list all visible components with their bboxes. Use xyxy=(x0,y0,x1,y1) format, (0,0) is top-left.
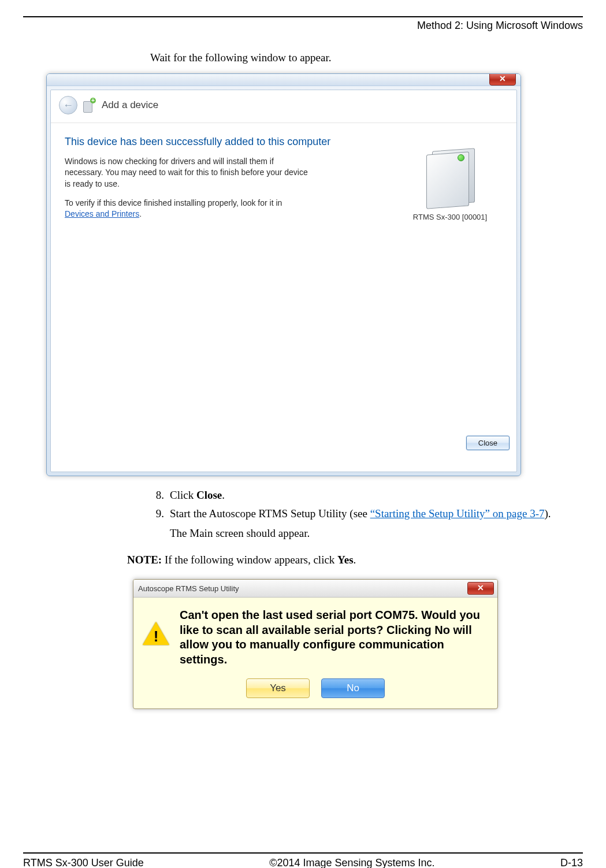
warning-icon: ! xyxy=(143,622,169,646)
note-block: NOTE: If the following window appears, c… xyxy=(127,554,577,566)
verify-text-pre: To verify if this device finished instal… xyxy=(65,198,282,207)
close-icon[interactable]: ✕ xyxy=(489,73,516,86)
step-9-number: 9. xyxy=(150,507,164,540)
verify-text-post: . xyxy=(139,209,142,218)
no-button[interactable]: No xyxy=(321,678,385,698)
footer-left: RTMS Sx-300 User Guide xyxy=(23,857,144,868)
device-preview: RTMS Sx-300 [00001] xyxy=(401,146,499,221)
close-button[interactable]: Close xyxy=(466,436,510,450)
install-paragraph: Windows is now checking for drivers and … xyxy=(65,156,313,190)
window-nav-bar: ← + Add a device xyxy=(51,90,516,123)
page-footer: RTMS Sx-300 User Guide ©2014 Image Sensi… xyxy=(23,852,583,868)
step-8-text-a: Click xyxy=(170,489,196,501)
yes-button[interactable]: Yes xyxy=(246,678,310,698)
verify-paragraph: To verify if this device finished instal… xyxy=(65,198,313,220)
header-section-title: Method 2: Using Microsoft Windows xyxy=(23,17,583,32)
note-yes-bold: Yes xyxy=(337,554,353,566)
dialog-body: ! Can't open the last used serial port C… xyxy=(133,598,497,675)
step-9-followup: The Main screen should appear. xyxy=(170,527,577,540)
note-text-c: . xyxy=(354,554,356,566)
window-inner: ← + Add a device This device has been su… xyxy=(50,90,517,472)
add-device-icon: + xyxy=(83,98,96,113)
dialog-title-bar: Autoscope RTMS Setup Utility ✕ xyxy=(133,580,497,598)
setup-utility-link[interactable]: “Starting the Setup Utility” on page 3-7 xyxy=(370,507,545,520)
step-9: 9. Start the Autoscope RTMS Setup Utilit… xyxy=(150,507,577,540)
dialog-message: Can't open the last used serial port COM… xyxy=(180,608,488,667)
step-9-text-a: Start the Autoscope RTMS Setup Utility (… xyxy=(170,507,370,520)
window-content: This device has been successfully added … xyxy=(51,123,516,456)
step-9-text-b: ). xyxy=(544,507,551,520)
step-8-number: 8. xyxy=(150,489,164,502)
step-9-body: Start the Autoscope RTMS Setup Utility (… xyxy=(170,507,577,540)
device-label: RTMS Sx-300 [00001] xyxy=(401,213,499,221)
note-text-a: If the following window appears, click xyxy=(162,554,337,566)
add-device-window: ✕ ← + Add a device This device has been … xyxy=(46,73,521,476)
step-8-body: Click Close. xyxy=(170,489,577,502)
footer-right: D-13 xyxy=(560,857,583,868)
device-drive-icon xyxy=(424,146,476,207)
window-footer: Close xyxy=(466,436,510,450)
footer-center: ©2014 Image Sensing Systems Inc. xyxy=(269,857,434,868)
step-8-close-bold: Close xyxy=(196,489,222,501)
step-8-text-c: . xyxy=(222,489,225,501)
arrow-left-icon: ← xyxy=(63,99,73,112)
close-icon[interactable]: ✕ xyxy=(467,582,494,595)
autoscope-dialog: Autoscope RTMS Setup Utility ✕ ! Can't o… xyxy=(133,579,498,709)
note-label: NOTE: xyxy=(127,554,162,566)
warning-mark: ! xyxy=(143,629,169,644)
window-chrome: ✕ xyxy=(47,74,521,86)
intro-text: Wait for the following window to appear. xyxy=(150,51,577,64)
back-button[interactable]: ← xyxy=(59,96,77,114)
window-nav-title: Add a device xyxy=(102,99,158,111)
dialog-title: Autoscope RTMS Setup Utility xyxy=(138,584,239,593)
step-list: 8. Click Close. 9. Start the Autoscope R… xyxy=(150,489,577,540)
step-8: 8. Click Close. xyxy=(150,489,577,502)
devices-and-printers-link[interactable]: Devices and Printers xyxy=(65,209,139,218)
dialog-footer: Yes No xyxy=(133,675,497,709)
